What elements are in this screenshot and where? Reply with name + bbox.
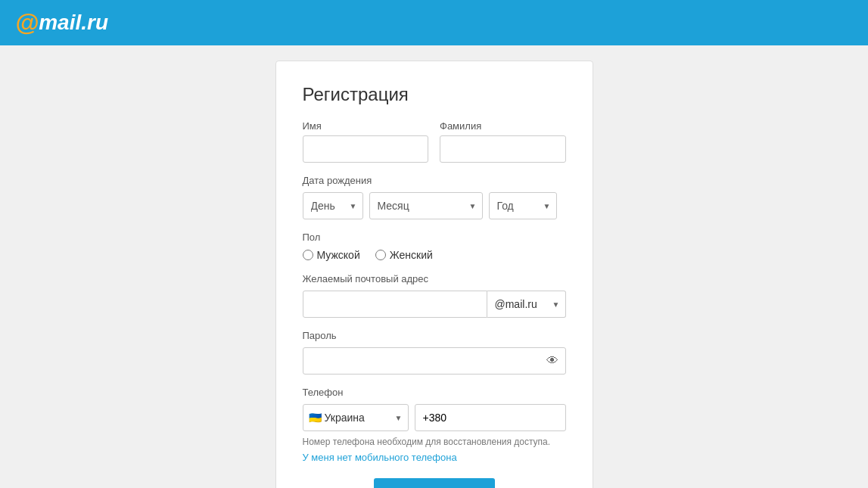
dob-label: Дата рождения <box>303 175 566 186</box>
last-name-label: Фамилия <box>440 120 566 132</box>
month-select[interactable]: Месяц ЯнварьФевральМарт АпрельМайИюнь Ию… <box>369 192 483 219</box>
password-input[interactable] <box>303 347 566 375</box>
day-select[interactable]: День 12345 678910 1112131415 1617181920 … <box>303 192 363 219</box>
gender-female-text: Женский <box>390 249 433 261</box>
day-wrapper: День 12345 678910 1112131415 1617181920 … <box>303 192 363 219</box>
gender-female-label[interactable]: Женский <box>375 249 433 261</box>
phone-row: 🇺🇦 Украина Россия Беларусь ▼ <box>303 404 566 431</box>
show-password-icon[interactable]: 👁 <box>546 354 558 368</box>
app-header: @ mail.ru <box>0 0 868 45</box>
gender-options: Мужской Женский <box>303 249 566 261</box>
phone-country-select[interactable]: Украина Россия Беларусь <box>303 404 409 431</box>
first-name-label: Имя <box>303 120 429 132</box>
last-name-group: Фамилия <box>440 120 566 163</box>
phone-section: Телефон 🇺🇦 Украина Россия Беларусь ▼ Ном… <box>303 387 566 463</box>
email-input[interactable] <box>303 291 487 318</box>
phone-number-input[interactable] <box>415 404 566 431</box>
password-wrapper: 👁 <box>303 347 566 375</box>
no-phone-link[interactable]: У меня нет мобильного телефона <box>303 452 566 463</box>
gender-male-label[interactable]: Мужской <box>303 249 360 261</box>
logo-at-symbol: @ <box>15 9 39 37</box>
year-select[interactable]: Год 20102000199019801970 <box>489 192 557 219</box>
submit-button[interactable]: Зарегистрироваться <box>374 478 495 488</box>
first-name-group: Имя <box>303 120 429 163</box>
gender-section: Пол Мужской Женский <box>303 232 566 261</box>
email-section: Желаемый почтовый адрес @mail.ru @inbox.… <box>303 273 566 318</box>
gender-male-radio[interactable] <box>303 250 313 260</box>
email-domain-wrapper: @mail.ru @inbox.ru @list.ru @bk.ru ▼ <box>487 291 566 318</box>
gender-female-radio[interactable] <box>375 250 386 260</box>
phone-hint: Номер телефона необходим для восстановле… <box>303 436 566 449</box>
gender-male-text: Мужской <box>317 249 360 261</box>
submit-section: Зарегистрироваться <box>303 478 566 488</box>
form-title: Регистрация <box>303 84 566 105</box>
first-name-input[interactable] <box>303 135 429 163</box>
password-label: Пароль <box>303 330 566 341</box>
email-domain-select[interactable]: @mail.ru @inbox.ru @list.ru @bk.ru <box>487 291 566 318</box>
page-content: Регистрация Имя Фамилия Дата рождения Де… <box>0 45 868 488</box>
password-section: Пароль 👁 <box>303 330 566 375</box>
dob-section: Дата рождения День 12345 678910 11121314… <box>303 175 566 219</box>
phone-country-wrapper: 🇺🇦 Украина Россия Беларусь ▼ <box>303 404 409 431</box>
logo: @ mail.ru <box>15 9 108 37</box>
year-wrapper: Год 20102000199019801970 ▼ <box>489 192 557 219</box>
dob-row: День 12345 678910 1112131415 1617181920 … <box>303 192 566 219</box>
registration-form: Регистрация Имя Фамилия Дата рождения Де… <box>275 61 593 488</box>
gender-label: Пол <box>303 232 566 243</box>
email-field-row: @mail.ru @inbox.ru @list.ru @bk.ru ▼ <box>303 291 566 318</box>
last-name-input[interactable] <box>440 135 566 163</box>
email-label: Желаемый почтовый адрес <box>303 273 566 284</box>
logo-text: mail.ru <box>39 11 108 35</box>
month-wrapper: Месяц ЯнварьФевральМарт АпрельМайИюнь Ию… <box>369 192 483 219</box>
phone-label: Телефон <box>303 387 566 398</box>
name-row: Имя Фамилия <box>303 120 566 163</box>
